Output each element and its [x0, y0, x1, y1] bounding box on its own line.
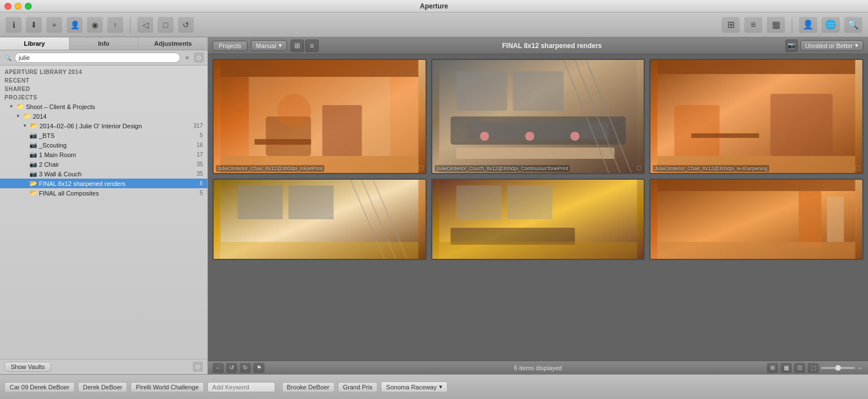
- svg-rect-28: [288, 185, 333, 219]
- zoom-slider[interactable]: [821, 367, 855, 369]
- photo-cell-3[interactable]: JulieOInterior_Chair_8x12@300dpi_w-sharp…: [649, 59, 863, 174]
- tab-library[interactable]: Library: [0, 37, 70, 50]
- adjust-left-icon[interactable]: ◁: [137, 17, 153, 33]
- photo-badge-3: ⬚: [855, 164, 860, 171]
- search-input[interactable]: [15, 53, 180, 63]
- tree-item-chair[interactable]: 📷 2 Chair 35: [0, 159, 207, 169]
- minimize-button[interactable]: [15, 3, 21, 10]
- adjust-right-icon[interactable]: ↺: [178, 17, 194, 33]
- tree-item-julie[interactable]: ▼ 📂 2014–02–06 | Julie O' Interior Desig…: [0, 121, 207, 131]
- tree-item-bts[interactable]: 📷 _BTS 5: [0, 131, 207, 140]
- tree-item-final-8x12[interactable]: 📂 FINAL 8x12 sharpened renders 6: [0, 179, 207, 188]
- keyword-tag-3[interactable]: Pirelli World Challenge: [131, 382, 203, 392]
- tab-info[interactable]: Info: [70, 37, 139, 50]
- info-icon[interactable]: ℹ: [6, 17, 21, 33]
- album-icon-final8x12: 📂: [29, 180, 37, 187]
- disclosure-2014: ▼: [16, 114, 21, 119]
- status-rotate-left-icon[interactable]: ↺: [226, 363, 237, 373]
- mode-dropdown[interactable]: Manual ▾: [251, 40, 287, 51]
- mainroom-count: 17: [192, 151, 203, 158]
- composites-label: FINAL all Composites: [39, 190, 190, 197]
- search-bar: 🔍 ✕ ⚙: [0, 50, 207, 66]
- photo-cell-5[interactable]: [431, 179, 645, 260]
- keyword-tag-4[interactable]: Brooke DeBoer: [282, 382, 335, 392]
- window-controls[interactable]: [5, 3, 32, 10]
- wallcouch-count: 35: [192, 171, 203, 177]
- search-toolbar-icon[interactable]: 🔍: [844, 17, 862, 33]
- photo-svg-3: [650, 60, 862, 173]
- add-icon[interactable]: +: [46, 17, 62, 33]
- folder-icon-shoot: 📁: [16, 103, 24, 110]
- mode-chevron-icon: ▾: [279, 42, 282, 49]
- photo-cell-4[interactable]: [212, 179, 427, 260]
- adjust-center-icon[interactable]: □: [158, 17, 173, 33]
- photo-cell-1[interactable]: JulieOInterior_Chair_8x12@300dpi_InkjetP…: [212, 59, 427, 174]
- maximize-button[interactable]: [25, 3, 32, 10]
- svg-rect-35: [507, 185, 552, 219]
- zoom-handle[interactable]: [835, 365, 841, 371]
- close-button[interactable]: [5, 3, 11, 10]
- clear-search-icon[interactable]: ✕: [183, 53, 192, 62]
- camera-filter-icon[interactable]: 📷: [785, 40, 798, 52]
- export-icon[interactable]: ↑: [107, 17, 123, 33]
- keyword-tag-5[interactable]: Grand Prix: [338, 382, 378, 392]
- album-icon-composites: 📂: [29, 189, 37, 197]
- chair-label: 2 Chair: [39, 161, 190, 168]
- tree-item-wall-couch[interactable]: 📷 3 Wall & Couch 35: [0, 169, 207, 179]
- svg-point-6: [277, 94, 311, 128]
- status-left: ← ↺ ↻ ⚑: [212, 363, 264, 373]
- list-view-button[interactable]: ≡: [305, 40, 319, 52]
- photo-grid: JulieOInterior_Chair_8x12@300dpi_InkjetP…: [208, 54, 868, 361]
- tree-item-shoot[interactable]: ▼ 📁 Shoot – Client & Projects: [0, 102, 207, 111]
- sidebar-settings-icon[interactable]: ⚙: [193, 362, 203, 372]
- tree-item-2014[interactable]: ▼ 📁 2014: [0, 111, 207, 121]
- filmstrip-icon[interactable]: ≡: [744, 17, 762, 33]
- keyword-dropdown[interactable]: Sonoma Raceway ▾: [381, 381, 447, 392]
- projects-button[interactable]: Projects: [212, 41, 248, 51]
- show-vaults-button[interactable]: Show Vaults: [5, 362, 51, 372]
- single-view-icon[interactable]: ▦: [767, 17, 785, 33]
- keyword-tag-2[interactable]: Derek DeBoer: [78, 382, 128, 392]
- disclosure-julie: ▼: [23, 123, 28, 128]
- app-body: ℹ ⬇ + 👤 ◉ ↑ ◁ □ ↺ ⊞ ≡ ▦ 👤 🌐 🔍 Library In…: [0, 12, 868, 399]
- tree-item-final-composites[interactable]: 📂 FINAL all Composites 5: [0, 188, 207, 198]
- svg-rect-23: [771, 94, 833, 156]
- status-view1-icon[interactable]: ⊞: [767, 363, 778, 373]
- scouting-label: _Scouting: [39, 142, 190, 149]
- grid-view-button[interactable]: ⊞: [290, 40, 304, 52]
- zoom-icon: ↔: [857, 365, 863, 371]
- status-view2-icon[interactable]: ▦: [780, 363, 792, 373]
- keyword-tag-1[interactable]: Car 09 Derek DeBoer: [5, 382, 75, 392]
- globe-icon[interactable]: 🌐: [822, 17, 840, 33]
- album-icon-scouting: 📷: [29, 141, 37, 149]
- bts-label: _BTS: [39, 132, 190, 139]
- svg-rect-37: [439, 242, 637, 259]
- status-view4-icon[interactable]: ⬚: [808, 363, 819, 373]
- svg-rect-21: [658, 60, 856, 74]
- import-icon[interactable]: ⬇: [26, 17, 42, 33]
- status-rotate-right-icon[interactable]: ↻: [240, 363, 251, 373]
- tree-item-main-room[interactable]: 📷 1 Main Room 17: [0, 150, 207, 159]
- album-icon-chair: 📷: [29, 161, 37, 168]
- badge-icon[interactable]: ◉: [87, 17, 103, 33]
- disclosure-shoot: ▼: [9, 104, 15, 109]
- status-view3-icon[interactable]: ⊡: [794, 363, 805, 373]
- mainroom-label: 1 Main Room: [39, 151, 190, 158]
- status-arrow-icon[interactable]: ←: [212, 363, 224, 373]
- grid-view-icon[interactable]: ⊞: [722, 17, 740, 33]
- search-icon: 🔍: [3, 53, 12, 62]
- folder-icon-2014: 📁: [23, 112, 31, 120]
- svg-rect-10: [513, 71, 563, 111]
- status-flag-icon[interactable]: ⚑: [253, 363, 264, 373]
- rating-dropdown[interactable]: Unrated or Better ▾: [800, 40, 863, 51]
- rating-label: Unrated or Better: [805, 42, 853, 49]
- search-options-icon[interactable]: ⚙: [194, 53, 204, 63]
- photo-cell-2[interactable]: JulieOInterior_Couch_8x12@300dpi_Continu…: [431, 59, 645, 174]
- photo-cell-6[interactable]: [649, 179, 863, 260]
- user2-icon[interactable]: 👤: [799, 17, 817, 33]
- tree-item-scouting[interactable]: 📷 _Scouting 16: [0, 140, 207, 150]
- user-icon[interactable]: 👤: [67, 17, 83, 33]
- svg-rect-7: [254, 139, 311, 145]
- add-keyword-input[interactable]: [207, 382, 275, 392]
- tab-adjustments[interactable]: Adjustments: [138, 37, 207, 50]
